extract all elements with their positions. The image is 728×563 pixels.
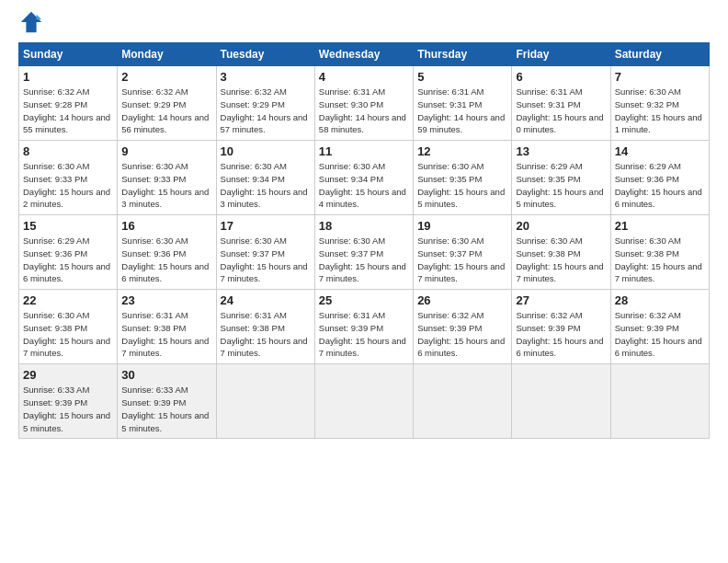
calendar-week-1: 1 Sunrise: 6:32 AM Sunset: 9:28 PM Dayli… [19,66,710,141]
day-number: 7 [615,70,705,84]
day-number: 4 [319,70,409,84]
sunrise-label: Sunrise: 6:31 AM [319,310,385,320]
calendar-day: 13 Sunrise: 6:29 AM Sunset: 9:35 PM Dayl… [512,141,610,215]
calendar-body: 1 Sunrise: 6:32 AM Sunset: 9:28 PM Dayli… [19,66,710,439]
day-info: Sunrise: 6:31 AM Sunset: 9:30 PM Dayligh… [319,86,409,136]
daylight-label: Daylight: 14 hours and 59 minutes. [417,112,505,135]
calendar-day [414,364,512,439]
day-info: Sunrise: 6:32 AM Sunset: 9:29 PM Dayligh… [221,86,311,136]
sunset-label: Sunset: 9:28 PM [23,99,87,109]
sunrise-label: Sunrise: 6:31 AM [417,86,483,97]
calendar-day: 3 Sunrise: 6:32 AM Sunset: 9:29 PM Dayli… [216,66,314,141]
sunset-label: Sunset: 9:34 PM [221,174,285,184]
calendar-day: 1 Sunrise: 6:32 AM Sunset: 9:28 PM Dayli… [19,66,118,141]
calendar-day [216,364,314,439]
calendar-week-2: 8 Sunrise: 6:30 AM Sunset: 9:33 PM Dayli… [19,141,710,215]
day-number: 20 [516,219,606,233]
calendar-day: 23 Sunrise: 6:31 AM Sunset: 9:38 PM Dayl… [118,290,216,364]
col-thursday: Thursday [414,43,512,66]
daylight-label: Daylight: 15 hours and 7 minutes. [221,261,308,284]
calendar-day [512,364,610,439]
calendar-day [314,364,413,439]
sunrise-label: Sunrise: 6:32 AM [121,86,188,97]
sunrise-label: Sunrise: 6:30 AM [121,161,188,171]
sunrise-label: Sunrise: 6:29 AM [615,161,681,171]
calendar-day: 15 Sunrise: 6:29 AM Sunset: 9:36 PM Dayl… [19,215,118,290]
day-info: Sunrise: 6:30 AM Sunset: 9:34 PM Dayligh… [221,160,311,211]
day-number: 14 [615,144,705,158]
sunset-label: Sunset: 9:29 PM [221,99,285,109]
day-info: Sunrise: 6:31 AM Sunset: 9:38 PM Dayligh… [221,309,311,360]
calendar-day: 10 Sunrise: 6:30 AM Sunset: 9:34 PM Dayl… [216,141,314,215]
header-row: Sunday Monday Tuesday Wednesday Thursday… [19,43,710,66]
day-number: 28 [615,293,705,307]
sunrise-label: Sunrise: 6:33 AM [23,385,89,395]
daylight-label: Daylight: 15 hours and 5 minutes. [417,187,505,210]
sunset-label: Sunset: 9:38 PM [221,323,285,333]
day-info: Sunrise: 6:30 AM Sunset: 9:35 PM Dayligh… [417,160,507,211]
sunrise-label: Sunrise: 6:29 AM [516,161,582,171]
day-info: Sunrise: 6:30 AM Sunset: 9:38 PM Dayligh… [615,235,705,285]
calendar-day: 28 Sunrise: 6:32 AM Sunset: 9:39 PM Dayl… [610,290,709,364]
sunset-label: Sunset: 9:37 PM [319,248,383,259]
calendar-day: 30 Sunrise: 6:33 AM Sunset: 9:39 PM Dayl… [118,364,216,439]
sunrise-label: Sunrise: 6:30 AM [121,236,188,246]
daylight-label: Daylight: 15 hours and 7 minutes. [23,336,110,359]
day-info: Sunrise: 6:32 AM Sunset: 9:39 PM Dayligh… [615,309,705,360]
day-info: Sunrise: 6:30 AM Sunset: 9:34 PM Dayligh… [319,160,409,211]
day-number: 2 [121,70,211,84]
day-number: 10 [221,144,311,158]
sunset-label: Sunset: 9:36 PM [615,174,679,184]
daylight-label: Daylight: 15 hours and 7 minutes. [516,261,603,284]
day-number: 23 [121,293,211,307]
sunrise-label: Sunrise: 6:32 AM [23,86,89,97]
calendar-day: 2 Sunrise: 6:32 AM Sunset: 9:29 PM Dayli… [118,66,216,141]
day-number: 30 [121,368,211,382]
sunrise-label: Sunrise: 6:31 AM [319,86,385,97]
sunrise-label: Sunrise: 6:30 AM [516,236,582,246]
sunset-label: Sunset: 9:34 PM [319,174,383,184]
sunrise-label: Sunrise: 6:30 AM [319,161,385,171]
day-number: 12 [417,144,507,158]
col-wednesday: Wednesday [314,43,413,66]
sunset-label: Sunset: 9:39 PM [319,323,383,333]
daylight-label: Daylight: 15 hours and 2 minutes. [23,187,110,210]
calendar-day: 9 Sunrise: 6:30 AM Sunset: 9:33 PM Dayli… [118,141,216,215]
day-info: Sunrise: 6:31 AM Sunset: 9:31 PM Dayligh… [516,86,606,136]
day-info: Sunrise: 6:33 AM Sunset: 9:39 PM Dayligh… [121,384,211,434]
calendar-day: 26 Sunrise: 6:32 AM Sunset: 9:39 PM Dayl… [414,290,512,364]
sunrise-label: Sunrise: 6:31 AM [516,86,582,97]
calendar-day: 12 Sunrise: 6:30 AM Sunset: 9:35 PM Dayl… [414,141,512,215]
sunset-label: Sunset: 9:35 PM [516,174,580,184]
sunset-label: Sunset: 9:38 PM [121,323,186,333]
day-info: Sunrise: 6:31 AM Sunset: 9:38 PM Dayligh… [121,309,211,360]
day-number: 17 [221,219,311,233]
sunset-label: Sunset: 9:36 PM [23,248,87,259]
sunset-label: Sunset: 9:35 PM [417,174,482,184]
day-info: Sunrise: 6:30 AM Sunset: 9:37 PM Dayligh… [221,235,311,285]
daylight-label: Daylight: 14 hours and 55 minutes. [23,112,110,135]
daylight-label: Daylight: 15 hours and 4 minutes. [319,187,406,210]
day-info: Sunrise: 6:30 AM Sunset: 9:36 PM Dayligh… [121,235,211,285]
calendar-day: 5 Sunrise: 6:31 AM Sunset: 9:31 PM Dayli… [414,66,512,141]
sunrise-label: Sunrise: 6:29 AM [23,236,89,246]
day-info: Sunrise: 6:29 AM Sunset: 9:36 PM Dayligh… [615,160,705,211]
calendar-day: 29 Sunrise: 6:33 AM Sunset: 9:39 PM Dayl… [19,364,118,439]
calendar-day: 17 Sunrise: 6:30 AM Sunset: 9:37 PM Dayl… [216,215,314,290]
svg-marker-1 [37,15,42,20]
day-number: 6 [516,70,606,84]
day-number: 27 [516,293,606,307]
day-number: 16 [121,219,211,233]
sunset-label: Sunset: 9:31 PM [516,99,580,109]
sunset-label: Sunset: 9:39 PM [23,397,87,408]
calendar-day: 19 Sunrise: 6:30 AM Sunset: 9:37 PM Dayl… [414,215,512,290]
sunrise-label: Sunrise: 6:30 AM [615,236,681,246]
day-info: Sunrise: 6:29 AM Sunset: 9:35 PM Dayligh… [516,160,606,211]
daylight-label: Daylight: 15 hours and 5 minutes. [516,187,603,210]
sunset-label: Sunset: 9:32 PM [615,99,679,109]
col-friday: Friday [512,43,610,66]
sunrise-label: Sunrise: 6:32 AM [417,310,483,320]
day-number: 9 [121,144,211,158]
daylight-label: Daylight: 15 hours and 6 minutes. [516,336,603,359]
calendar-week-4: 22 Sunrise: 6:30 AM Sunset: 9:38 PM Dayl… [19,290,710,364]
